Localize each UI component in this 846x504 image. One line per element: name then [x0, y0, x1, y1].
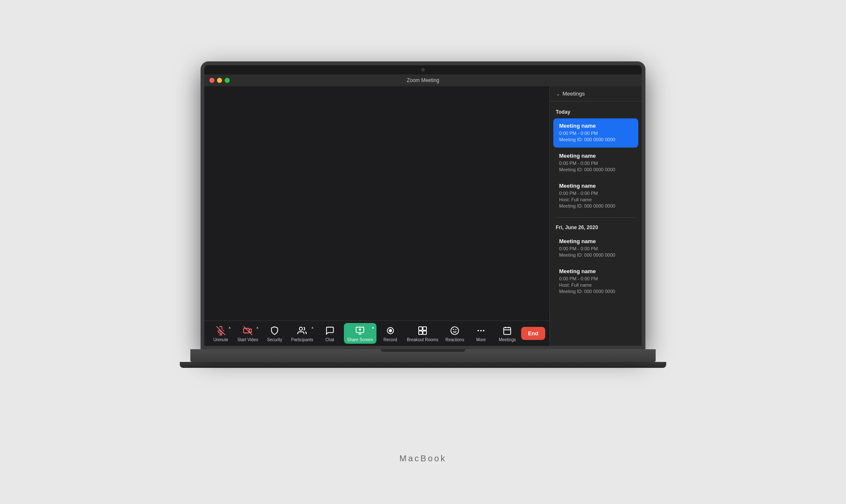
- toolbar: ▲ Unmute: [204, 320, 549, 346]
- start-video-label: Start Video: [237, 337, 258, 342]
- sidebar-body: Today Meeting name 0:00 PM - 0:00 PMMeet…: [550, 101, 642, 346]
- meeting-item-fri-2[interactable]: Meeting name 0:00 PM - 0:00 PMHost: Full…: [553, 264, 638, 299]
- sidebar-title: Meetings: [563, 90, 585, 97]
- participants-chevron: ▲: [311, 326, 314, 329]
- meeting-detail-2: 0:00 PM - 0:00 PMMeeting ID: 000 0000 00…: [559, 160, 632, 173]
- share-screen-icon: [354, 325, 366, 337]
- sidebar: ⌄ Meetings Today Meeting name 0:00 PM - …: [549, 86, 642, 346]
- end-button[interactable]: End: [521, 327, 545, 340]
- meetings-icon: [501, 325, 513, 337]
- meetings-label: Meetings: [499, 337, 516, 342]
- svg-line-3: [244, 326, 252, 335]
- meeting-detail-fri-2: 0:00 PM - 0:00 PMHost: Full nameMeeting …: [559, 276, 632, 295]
- titlebar: Zoom Meeting: [204, 74, 642, 86]
- today-label: Today: [550, 106, 642, 118]
- window-title: Zoom Meeting: [407, 77, 439, 83]
- svg-rect-21: [504, 328, 511, 335]
- meeting-item-fri-1[interactable]: Meeting name 0:00 PM - 0:00 PMMeeting ID…: [553, 234, 638, 263]
- meeting-name-fri-2: Meeting name: [559, 268, 632, 274]
- meeting-detail: 0:00 PM - 0:00 PMMeeting ID: 000 0000 00…: [559, 130, 632, 143]
- share-chevron: ▲: [371, 326, 375, 329]
- video-area: ▲ Unmute: [204, 86, 549, 346]
- meeting-item-active[interactable]: Meeting name 0:00 PM - 0:00 PMMeeting ID…: [553, 118, 638, 148]
- macbook-screen: Zoom Meeting ▲: [201, 62, 645, 349]
- macbook-base: [190, 349, 656, 362]
- svg-point-18: [478, 330, 479, 331]
- sidebar-header: ⌄ Meetings: [550, 86, 642, 101]
- record-button[interactable]: Record: [378, 323, 403, 344]
- video-off-icon: [242, 325, 254, 337]
- security-label: Security: [267, 337, 282, 342]
- macbook-brand-label: MacBook: [399, 454, 446, 463]
- camera: [421, 68, 425, 71]
- meeting-detail-3: 0:00 PM - 0:00 PMHost: Full nameMeeting …: [559, 190, 632, 210]
- macbook-hinge: [381, 349, 465, 352]
- meeting-name-fri-1: Meeting name: [559, 238, 632, 244]
- chat-button[interactable]: Chat: [318, 323, 342, 344]
- share-screen-button[interactable]: ▲ Share Screen: [344, 323, 376, 344]
- chat-icon: [324, 325, 336, 337]
- minimize-button[interactable]: [217, 78, 222, 83]
- more-label: More: [476, 337, 486, 342]
- meetings-button[interactable]: Meetings: [495, 323, 519, 344]
- svg-point-19: [480, 330, 482, 331]
- chat-label: Chat: [325, 337, 334, 342]
- svg-rect-13: [419, 331, 422, 334]
- breakout-rooms-label: Breakout Rooms: [407, 337, 438, 342]
- svg-point-15: [451, 327, 459, 334]
- record-icon: [385, 325, 396, 337]
- svg-point-20: [483, 330, 485, 331]
- video-canvas: [204, 86, 549, 320]
- meeting-item-2[interactable]: Meeting name 0:00 PM - 0:00 PMMeeting ID…: [553, 148, 638, 178]
- svg-point-10: [389, 329, 392, 332]
- unmute-button[interactable]: ▲ Unmute: [209, 323, 233, 344]
- svg-rect-12: [423, 327, 426, 330]
- unmute-label: Unmute: [213, 337, 228, 342]
- meeting-name-3: Meeting name: [559, 183, 632, 189]
- microphone-muted-icon: [215, 325, 227, 337]
- breakout-rooms-icon: [417, 325, 428, 337]
- start-video-button[interactable]: ▲ Start Video: [235, 323, 261, 344]
- svg-rect-11: [419, 327, 422, 330]
- friday-label: Fri, June 26, 2020: [550, 221, 642, 233]
- more-button[interactable]: More: [469, 323, 493, 344]
- maximize-button[interactable]: [225, 78, 230, 83]
- meeting-detail-fri-1: 0:00 PM - 0:00 PMMeeting ID: 000 0000 00…: [559, 246, 632, 259]
- sidebar-divider: [556, 217, 636, 218]
- sidebar-collapse-icon[interactable]: ⌄: [556, 91, 560, 97]
- close-button[interactable]: [209, 78, 214, 83]
- notch-area: [204, 65, 642, 74]
- breakout-rooms-button[interactable]: Breakout Rooms: [404, 323, 441, 344]
- reactions-label: Reactions: [445, 337, 464, 342]
- svg-rect-14: [423, 331, 426, 334]
- more-icon: [475, 325, 487, 337]
- svg-point-5: [299, 327, 302, 330]
- share-screen-label: Share Screen: [347, 337, 373, 342]
- security-icon: [269, 325, 280, 337]
- record-label: Record: [384, 337, 397, 342]
- meeting-item-3[interactable]: Meeting name 0:00 PM - 0:00 PMHost: Full…: [553, 178, 638, 214]
- reactions-icon: [449, 325, 461, 337]
- macbook-bottom: [180, 362, 666, 368]
- participants-label: Participants: [291, 337, 313, 342]
- video-chevron: ▲: [255, 326, 259, 329]
- security-button[interactable]: Security: [262, 323, 287, 344]
- meeting-name-2: Meeting name: [559, 153, 632, 159]
- participants-button[interactable]: ▲ Participants: [288, 323, 316, 344]
- screen-content: ▲ Unmute: [204, 86, 642, 346]
- traffic-lights: [204, 78, 230, 83]
- unmute-chevron: ▲: [228, 326, 231, 329]
- macbook-wrapper: Zoom Meeting ▲: [190, 62, 656, 442]
- meeting-name: Meeting name: [559, 123, 632, 129]
- participants-icon: [296, 325, 308, 337]
- reactions-button[interactable]: Reactions: [442, 323, 467, 344]
